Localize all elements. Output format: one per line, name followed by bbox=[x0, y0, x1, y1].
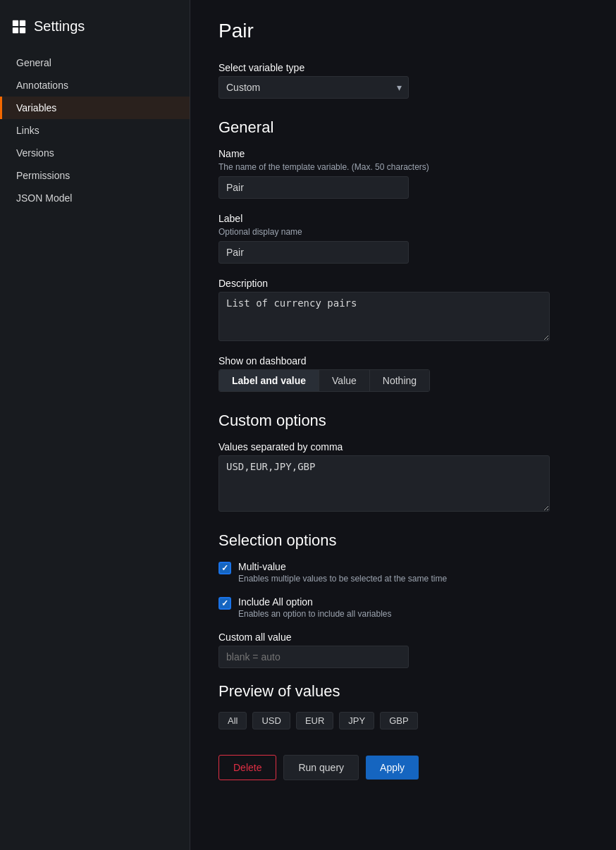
multi-value-checkbox[interactable] bbox=[218, 562, 231, 574]
variable-type-label: Select variable type bbox=[218, 62, 588, 73]
values-label: Values separated by comma bbox=[218, 441, 588, 452]
custom-all-group: Custom all value bbox=[218, 632, 588, 668]
include-all-checkbox[interactable] bbox=[218, 597, 231, 610]
preview-title: Preview of values bbox=[218, 682, 588, 701]
custom-options-title: Custom options bbox=[218, 412, 588, 430]
selection-options-title: Selection options bbox=[218, 531, 588, 550]
multi-value-label: Multi-value bbox=[238, 561, 447, 572]
sidebar-item-annotations[interactable]: Annotations bbox=[0, 74, 190, 97]
show-toggle-group: Label and value Value Nothing bbox=[218, 369, 430, 392]
preview-section: Preview of values All USD EUR JPY GBP bbox=[218, 682, 588, 729]
preview-tag-all: All bbox=[218, 712, 247, 729]
variable-type-select[interactable]: Custom Query Interval Datasource Constan… bbox=[218, 76, 409, 99]
preview-tag-gbp: GBP bbox=[380, 712, 417, 729]
preview-tag-jpy: JPY bbox=[339, 712, 374, 729]
values-group: Values separated by comma USD,EUR,JPY,GB… bbox=[218, 441, 588, 512]
preview-tag-usd: USD bbox=[252, 712, 290, 729]
svg-rect-1 bbox=[20, 20, 25, 25]
svg-rect-3 bbox=[20, 27, 25, 32]
include-all-label: Include All option bbox=[238, 596, 391, 608]
preview-tag-eur: EUR bbox=[296, 712, 333, 729]
description-label: Description bbox=[218, 278, 588, 289]
toggle-nothing[interactable]: Nothing bbox=[370, 370, 429, 391]
variable-type-section: Select variable type Custom Query Interv… bbox=[218, 62, 588, 99]
label-group: Label Optional display name bbox=[218, 213, 588, 264]
toggle-value[interactable]: Value bbox=[319, 370, 370, 391]
svg-rect-0 bbox=[13, 20, 18, 25]
sidebar-item-links[interactable]: Links bbox=[0, 119, 190, 142]
preview-tags: All USD EUR JPY GBP bbox=[218, 712, 588, 729]
name-group: Name The name of the template variable. … bbox=[218, 148, 588, 199]
sidebar-nav: General Annotations Variables Links Vers… bbox=[0, 51, 190, 209]
sidebar-item-versions[interactable]: Versions bbox=[0, 142, 190, 164]
sidebar-title: Settings bbox=[34, 18, 85, 35]
delete-button[interactable]: Delete bbox=[218, 755, 276, 780]
sidebar-item-json-model[interactable]: JSON Model bbox=[0, 187, 190, 209]
name-input[interactable] bbox=[218, 176, 409, 199]
variable-type-select-wrapper: Custom Query Interval Datasource Constan… bbox=[218, 76, 409, 99]
custom-options-section: Custom options Values separated by comma… bbox=[218, 412, 588, 512]
variable-type-group: Select variable type Custom Query Interv… bbox=[218, 62, 588, 99]
svg-rect-2 bbox=[13, 27, 18, 32]
sidebar: Settings General Annotations Variables L… bbox=[0, 0, 190, 850]
description-textarea[interactable]: List of currency pairs bbox=[218, 292, 550, 341]
action-bar: Delete Run query Apply bbox=[218, 755, 588, 780]
custom-all-input[interactable] bbox=[218, 646, 409, 668]
values-textarea[interactable]: USD,EUR,JPY,GBP bbox=[218, 455, 550, 512]
dashboard-icon bbox=[11, 19, 27, 35]
sidebar-item-general[interactable]: General bbox=[0, 51, 190, 74]
label-label: Label bbox=[218, 213, 588, 224]
page-title: Pair bbox=[218, 20, 588, 42]
sidebar-item-variables[interactable]: Variables bbox=[0, 97, 190, 119]
description-group: Description List of currency pairs bbox=[218, 278, 588, 341]
selection-options-section: Selection options Multi-value Enables mu… bbox=[218, 531, 588, 668]
general-section: General Name The name of the template va… bbox=[218, 118, 588, 392]
sidebar-header: Settings bbox=[0, 11, 190, 51]
custom-all-label: Custom all value bbox=[218, 632, 588, 643]
show-on-dashboard-group: Show on dashboard Label and value Value … bbox=[218, 355, 588, 392]
name-hint: The name of the template variable. (Max.… bbox=[218, 162, 588, 172]
label-input[interactable] bbox=[218, 241, 409, 264]
label-hint: Optional display name bbox=[218, 227, 588, 237]
show-on-dashboard-label: Show on dashboard bbox=[218, 355, 588, 367]
toggle-label-and-value[interactable]: Label and value bbox=[219, 370, 319, 391]
main-content: Pair Select variable type Custom Query I… bbox=[190, 0, 616, 850]
name-label: Name bbox=[218, 148, 588, 159]
include-all-item: Include All option Enables an option to … bbox=[218, 596, 588, 619]
include-all-hint: Enables an option to include all variabl… bbox=[238, 609, 391, 619]
sidebar-item-permissions[interactable]: Permissions bbox=[0, 164, 190, 187]
apply-button[interactable]: Apply bbox=[366, 756, 419, 780]
general-section-title: General bbox=[218, 118, 588, 137]
multi-value-item: Multi-value Enables multiple values to b… bbox=[218, 561, 588, 584]
run-query-button[interactable]: Run query bbox=[283, 755, 359, 780]
multi-value-hint: Enables multiple values to be selected a… bbox=[238, 574, 447, 584]
